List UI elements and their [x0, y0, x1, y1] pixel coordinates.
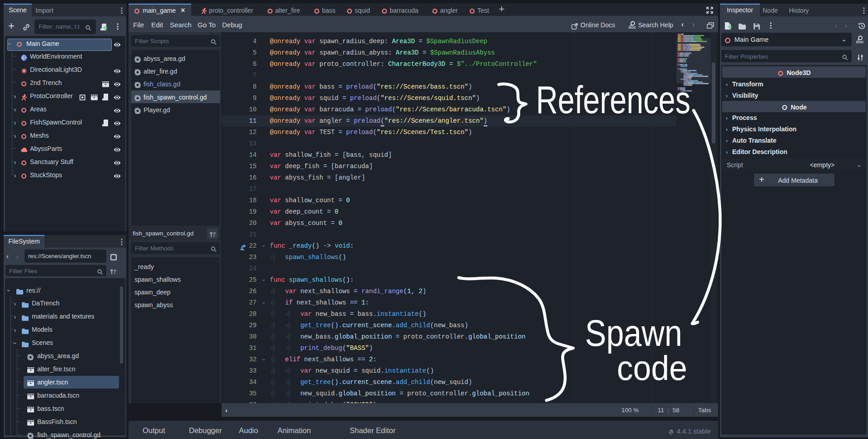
svg-text:DOC: DOC — [856, 40, 863, 44]
svg-text:DOC: DOC — [629, 25, 636, 29]
